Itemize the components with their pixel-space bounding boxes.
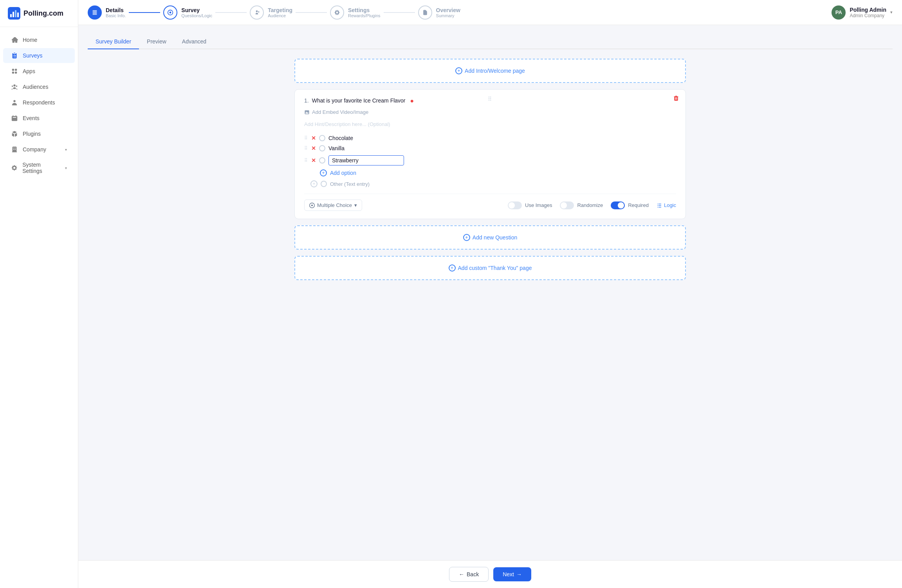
embed-icon [304, 110, 310, 115]
add-question-box[interactable]: + Add new Question [294, 225, 686, 250]
next-button[interactable]: Next → [493, 567, 531, 581]
other-option-radio [321, 181, 327, 187]
add-question-text: Add new Question [473, 234, 517, 241]
logo: Polling.com [0, 0, 78, 27]
survey-icon [167, 9, 173, 16]
wizard-step-targeting-info: Targeting Audience [268, 7, 292, 18]
sidebar-item-audiences[interactable]: Audiences [3, 79, 75, 94]
add-option-row[interactable]: + Add option [304, 169, 676, 176]
sidebar-item-apps[interactable]: Apps [3, 64, 75, 79]
respondents-icon [11, 99, 18, 106]
wizard-step-settings[interactable]: Settings Rewards/Plugins [330, 5, 381, 20]
wizard-step-survey[interactable]: Survey Questions/Logic [163, 5, 212, 20]
wizard-step-overview-icon [418, 5, 432, 20]
question-card: ⠿ 1. What is your favorite Ice Cream Fla… [294, 89, 686, 219]
wizard-step-settings-subtitle: Rewards/Plugins [348, 13, 381, 18]
sidebar-item-home-label: Home [23, 37, 37, 43]
option-delete-1[interactable]: ✕ [311, 135, 316, 141]
events-icon [11, 115, 18, 122]
option-drag-handle-1[interactable]: ⠿ [304, 135, 308, 141]
plugins-icon [11, 130, 18, 137]
wizard-step-details[interactable]: Details Basic Info. [88, 5, 126, 20]
sidebar-item-plugins[interactable]: Plugins [3, 126, 75, 141]
svg-point-6 [170, 11, 171, 13]
option-radio-2[interactable] [319, 145, 325, 151]
logic-button[interactable]: Logic [657, 202, 676, 208]
question-delete-button[interactable] [673, 95, 679, 103]
content-area: Survey Builder Preview Advanced + Add In… [78, 25, 902, 560]
option-text-chocolate: Chocolate [328, 135, 676, 141]
question-type-icon [309, 203, 315, 208]
logo-text: Polling.com [23, 9, 63, 18]
randomize-label: Randomize [577, 202, 603, 208]
sidebar-item-audiences-label: Audiences [23, 84, 48, 90]
add-thankyou-box[interactable]: + Add custom "Thank You" page [294, 256, 686, 280]
randomize-toggle[interactable] [560, 201, 574, 209]
required-toggle[interactable] [611, 201, 625, 209]
sidebar-item-apps-label: Apps [23, 68, 35, 74]
back-button-label: Back [467, 571, 479, 577]
question-type-dropdown[interactable]: Multiple Choice ▾ [304, 200, 362, 211]
sidebar-item-system-settings[interactable]: System Settings ▾ [3, 158, 75, 178]
other-option-row[interactable]: + Other (Text entry) [304, 180, 676, 187]
add-option-label: Add option [330, 170, 356, 176]
svg-rect-4 [17, 13, 19, 17]
use-images-toggle[interactable] [508, 201, 522, 209]
question-type-label: Multiple Choice [317, 202, 352, 208]
option-radio-1[interactable] [319, 135, 325, 141]
svg-rect-2 [13, 12, 14, 17]
other-option-label: Other (Text entry) [330, 181, 370, 187]
gear-icon [334, 9, 340, 16]
option-radio-3[interactable] [319, 157, 325, 164]
wizard-step-survey-info: Survey Questions/Logic [181, 7, 212, 18]
svg-rect-1 [10, 14, 12, 17]
option-drag-handle-3[interactable]: ⠿ [304, 158, 308, 163]
home-icon [11, 36, 18, 43]
sidebar-item-company[interactable]: Company ▾ [3, 142, 75, 157]
option-delete-2[interactable]: ✕ [311, 145, 316, 151]
question-type-chevron-icon: ▾ [354, 202, 357, 208]
user-details: Polling Admin Admin Company [850, 7, 886, 18]
company-icon [11, 146, 18, 153]
option-input-strawberry[interactable] [328, 155, 404, 165]
wizard-step-targeting[interactable]: Targeting Audience [250, 5, 292, 20]
add-intro-plus-icon: + [455, 67, 462, 74]
apps-icon [11, 68, 18, 75]
hint-description-input[interactable] [304, 119, 676, 129]
embed-video-link[interactable]: Add Embed Video/Image [304, 109, 676, 115]
add-thankyou-text: Add custom "Thank You" page [458, 265, 532, 271]
option-delete-3[interactable]: ✕ [311, 157, 316, 164]
add-option-plus-icon: + [320, 169, 327, 176]
connector-1 [129, 12, 160, 13]
back-button[interactable]: ← Back [449, 567, 489, 582]
add-thankyou-label: + Add custom "Thank You" page [449, 264, 532, 272]
connector-2 [215, 12, 247, 13]
question-drag-handle[interactable]: ⠿ [488, 96, 492, 102]
user-menu[interactable]: PA Polling Admin Admin Company ▾ [832, 5, 893, 20]
list-icon [92, 9, 98, 16]
tab-preview[interactable]: Preview [139, 34, 174, 49]
sidebar-item-surveys[interactable]: Surveys [3, 48, 75, 63]
wizard-step-settings-icon [330, 5, 344, 20]
add-intro-label: + Add Intro/Welcome page [455, 67, 525, 74]
tab-advanced[interactable]: Advanced [174, 34, 214, 49]
system-settings-arrow-icon: ▾ [65, 166, 67, 170]
option-row-strawberry: ⠿ ✕ [304, 155, 676, 165]
option-drag-handle-2[interactable]: ⠿ [304, 146, 308, 151]
sidebar-item-system-settings-label: System Settings [22, 162, 60, 174]
add-intro-box[interactable]: + Add Intro/Welcome page [294, 59, 686, 83]
question-required-marker: ● [410, 97, 414, 104]
sidebar-item-respondents[interactable]: Respondents [3, 95, 75, 110]
wizard-step-targeting-subtitle: Audience [268, 13, 292, 18]
toggle-randomize: Randomize [560, 201, 603, 209]
wizard-step-overview[interactable]: Overview Summary [418, 5, 460, 20]
wizard-step-survey-title: Survey [181, 7, 212, 13]
polling-logo-icon [8, 7, 20, 20]
wizard-step-overview-title: Overview [436, 7, 460, 13]
option-row-vanilla: ⠿ ✕ Vanilla [304, 145, 676, 151]
sidebar-item-events[interactable]: Events [3, 111, 75, 126]
sidebar-item-home[interactable]: Home [3, 32, 75, 47]
tab-survey-builder[interactable]: Survey Builder [88, 34, 139, 49]
sidebar: Polling.com Home Surveys Apps Audiences … [0, 0, 78, 588]
sidebar-nav: Home Surveys Apps Audiences Respondents … [0, 27, 78, 588]
